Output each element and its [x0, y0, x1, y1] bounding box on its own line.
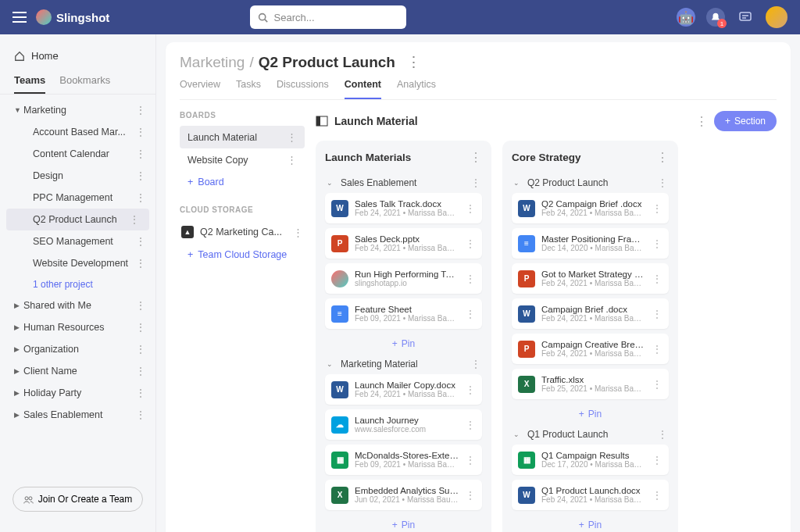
- tab-tasks[interactable]: Tasks: [236, 79, 261, 99]
- file-more-icon[interactable]: ⋮: [465, 237, 476, 250]
- pin-button[interactable]: +Pin: [325, 515, 482, 532]
- file-more-icon[interactable]: ⋮: [465, 489, 476, 502]
- more-icon[interactable]: ⋮: [135, 170, 146, 182]
- sidebar-child[interactable]: SEO Management⋮: [0, 230, 155, 252]
- file-card[interactable]: P Got to Market Strategy .p... Feb 24, 2…: [512, 263, 669, 294]
- more-icon[interactable]: ⋮: [135, 257, 146, 270]
- file-card[interactable]: ≡ Master Positioning Frame... Dec 14, 20…: [512, 228, 669, 259]
- file-card[interactable]: X Embedded Analytics Surv... Jun 02, 202…: [325, 480, 482, 510]
- file-more-icon[interactable]: ⋮: [465, 419, 476, 431]
- file-more-icon[interactable]: ⋮: [465, 384, 476, 396]
- sidebar-node[interactable]: ▶Holiday Party⋮: [0, 382, 155, 404]
- sidebar-node[interactable]: ▶Shared with Me⋮: [0, 295, 155, 316]
- group-more-icon[interactable]: ⋮: [658, 177, 667, 188]
- tab-discussions[interactable]: Discussions: [277, 79, 329, 99]
- more-icon[interactable]: ⋮: [135, 321, 146, 334]
- notifications-icon[interactable]: 1: [706, 8, 725, 27]
- file-more-icon[interactable]: ⋮: [652, 343, 662, 355]
- sidebar-child[interactable]: Design⋮: [0, 165, 155, 187]
- group-header[interactable]: ⌄Sales Enablement⋮: [325, 173, 482, 193]
- assistant-icon[interactable]: 🤖: [677, 8, 695, 27]
- sidebar-node[interactable]: ▶Sales Enablement⋮: [0, 404, 155, 426]
- more-icon[interactable]: ⋮: [287, 154, 297, 166]
- file-card[interactable]: ▦ Q1 Campaign Results Dec 17, 2020 • Mar…: [512, 445, 669, 475]
- breadcrumb-more-icon[interactable]: ⋮: [406, 53, 421, 71]
- file-card[interactable]: ☁ Launch Journey www.salesforce.com ⋮: [325, 409, 482, 440]
- sidebar-node[interactable]: ▶Organization⋮: [0, 338, 155, 360]
- more-icon[interactable]: ⋮: [135, 104, 146, 116]
- file-card[interactable]: X Traffic.xlsx Feb 25, 2021 • Marissa Ba…: [512, 369, 669, 399]
- group-header[interactable]: ⌄Q1 Product Launch⋮: [512, 424, 669, 445]
- file-more-icon[interactable]: ⋮: [652, 454, 662, 466]
- board-more-icon[interactable]: ⋮: [695, 114, 708, 129]
- join-team-button[interactable]: Join Or Create a Team: [12, 487, 143, 512]
- more-icon[interactable]: ⋮: [293, 227, 303, 238]
- logo[interactable]: Slingshot: [36, 9, 109, 25]
- sidebar-child[interactable]: Content Calendar⋮: [0, 143, 155, 165]
- add-section-button[interactable]: + Section: [714, 111, 777, 131]
- sidebar-child[interactable]: Website Development⋮: [0, 252, 155, 274]
- sidebar-other-link[interactable]: 1 other project: [0, 274, 155, 295]
- chat-icon[interactable]: [736, 8, 755, 27]
- file-more-icon[interactable]: ⋮: [652, 308, 662, 320]
- more-icon[interactable]: ⋮: [135, 387, 146, 399]
- search-input[interactable]: Search...: [250, 5, 406, 29]
- more-icon[interactable]: ⋮: [135, 126, 146, 138]
- sidebar-child[interactable]: Account Based Mar...⋮: [0, 121, 155, 143]
- file-more-icon[interactable]: ⋮: [652, 237, 662, 250]
- board-item[interactable]: Launch Material⋮: [180, 126, 305, 148]
- file-more-icon[interactable]: ⋮: [465, 273, 476, 285]
- file-card[interactable]: ≡ Feature Sheet Feb 09, 2021 • Marissa B…: [325, 298, 482, 329]
- file-more-icon[interactable]: ⋮: [465, 202, 476, 215]
- menu-icon[interactable]: [12, 12, 27, 23]
- group-more-icon[interactable]: ⋮: [658, 429, 667, 440]
- group-header[interactable]: ⌄Q2 Product Launch⋮: [512, 173, 669, 193]
- sidebar-node[interactable]: ▶Client Name⋮: [0, 360, 155, 382]
- more-icon[interactable]: ⋮: [135, 409, 146, 421]
- file-more-icon[interactable]: ⋮: [652, 202, 662, 215]
- board-item[interactable]: Website Copy⋮: [180, 148, 305, 171]
- more-icon[interactable]: ⋮: [287, 131, 297, 143]
- sidebar-home[interactable]: Home: [0, 44, 155, 68]
- pin-button[interactable]: +Pin: [512, 404, 669, 424]
- file-more-icon[interactable]: ⋮: [652, 489, 662, 502]
- user-avatar[interactable]: [766, 6, 788, 28]
- group-more-icon[interactable]: ⋮: [471, 177, 480, 188]
- file-more-icon[interactable]: ⋮: [465, 308, 476, 320]
- pin-button[interactable]: +Pin: [325, 334, 482, 354]
- file-more-icon[interactable]: ⋮: [652, 378, 662, 391]
- file-card[interactable]: ▦ McDonalds-Stores-Extend... Feb 09, 202…: [325, 445, 482, 475]
- group-more-icon[interactable]: ⋮: [471, 359, 480, 370]
- file-card[interactable]: W Campaign Brief .docx Feb 24, 2021 • Ma…: [512, 298, 669, 329]
- more-icon[interactable]: ⋮: [135, 235, 146, 248]
- more-icon[interactable]: ⋮: [135, 148, 146, 160]
- sidebar-tab-bookmarks[interactable]: Bookmarks: [59, 74, 110, 94]
- tab-content[interactable]: Content: [345, 79, 381, 99]
- column-more-icon[interactable]: ⋮: [656, 150, 669, 165]
- sidebar-node[interactable]: ▼Marketing⋮: [0, 99, 155, 121]
- cloud-storage-item[interactable]: ▲Q2 Marketing Ca...⋮: [180, 220, 305, 244]
- file-card[interactable]: W Q1 Product Launch.docx Feb 24, 2021 • …: [512, 480, 669, 510]
- more-icon[interactable]: ⋮: [129, 213, 140, 226]
- file-card[interactable]: Run High Performing Tea... slingshotapp.…: [325, 263, 482, 294]
- sidebar-tab-teams[interactable]: Teams: [14, 74, 45, 94]
- pin-button[interactable]: +Pin: [512, 515, 669, 532]
- more-icon[interactable]: ⋮: [135, 299, 146, 312]
- file-more-icon[interactable]: ⋮: [652, 273, 662, 285]
- sidebar-child[interactable]: Q2 Product Launch⋮: [6, 209, 149, 230]
- sidebar-child[interactable]: PPC Management⋮: [0, 187, 155, 209]
- file-more-icon[interactable]: ⋮: [465, 454, 476, 466]
- file-card[interactable]: W Launch Mailer Copy.docx Feb 24, 2021 •…: [325, 374, 482, 405]
- more-icon[interactable]: ⋮: [135, 365, 146, 377]
- more-icon[interactable]: ⋮: [135, 191, 146, 204]
- column-more-icon[interactable]: ⋮: [470, 150, 482, 165]
- file-card[interactable]: W Sales Talk Track.docx Feb 24, 2021 • M…: [325, 193, 482, 223]
- group-header[interactable]: ⌄Marketing Material⋮: [325, 354, 482, 374]
- file-card[interactable]: P Sales Deck.pptx Feb 24, 2021 • Marissa…: [325, 228, 482, 259]
- tab-overview[interactable]: Overview: [180, 79, 220, 99]
- sidebar-node[interactable]: ▶Human Resources⋮: [0, 316, 155, 338]
- breadcrumb-parent[interactable]: Marketing: [180, 54, 245, 71]
- add-board-button[interactable]: + Board: [180, 171, 305, 193]
- more-icon[interactable]: ⋮: [135, 343, 146, 355]
- file-card[interactable]: P Campaign Creative Breif .... Feb 24, 2…: [512, 334, 669, 364]
